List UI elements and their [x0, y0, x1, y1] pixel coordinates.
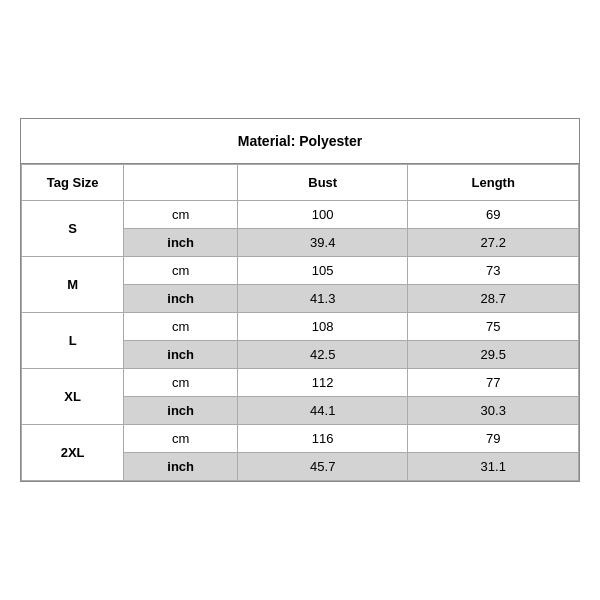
unit-cell: cm — [124, 201, 238, 229]
header-tag-size: Tag Size — [22, 165, 124, 201]
bust-value: 41.3 — [237, 285, 408, 313]
unit-cell: cm — [124, 313, 238, 341]
tag-size-l: L — [22, 313, 124, 369]
size-table: Tag Size Bust Length Scm10069inch39.427.… — [21, 164, 579, 481]
unit-cell: inch — [124, 341, 238, 369]
length-value: 73 — [408, 257, 579, 285]
bust-value: 45.7 — [237, 453, 408, 481]
header-bust: Bust — [237, 165, 408, 201]
length-value: 27.2 — [408, 229, 579, 257]
bust-value: 108 — [237, 313, 408, 341]
header-unit — [124, 165, 238, 201]
unit-cell: cm — [124, 369, 238, 397]
bust-value: 116 — [237, 425, 408, 453]
unit-cell: inch — [124, 397, 238, 425]
length-value: 69 — [408, 201, 579, 229]
length-value: 77 — [408, 369, 579, 397]
length-value: 29.5 — [408, 341, 579, 369]
chart-title: Material: Polyester — [21, 119, 579, 164]
length-value: 75 — [408, 313, 579, 341]
unit-cell: inch — [124, 453, 238, 481]
tag-size-2xl: 2XL — [22, 425, 124, 481]
tag-size-s: S — [22, 201, 124, 257]
bust-value: 39.4 — [237, 229, 408, 257]
size-chart-container: Material: Polyester Tag Size Bust Length… — [20, 118, 580, 482]
tag-size-m: M — [22, 257, 124, 313]
bust-value: 105 — [237, 257, 408, 285]
header-length: Length — [408, 165, 579, 201]
unit-cell: inch — [124, 229, 238, 257]
length-value: 28.7 — [408, 285, 579, 313]
bust-value: 44.1 — [237, 397, 408, 425]
unit-cell: cm — [124, 257, 238, 285]
length-value: 79 — [408, 425, 579, 453]
length-value: 31.1 — [408, 453, 579, 481]
bust-value: 100 — [237, 201, 408, 229]
bust-value: 42.5 — [237, 341, 408, 369]
bust-value: 112 — [237, 369, 408, 397]
tag-size-xl: XL — [22, 369, 124, 425]
unit-cell: cm — [124, 425, 238, 453]
length-value: 30.3 — [408, 397, 579, 425]
unit-cell: inch — [124, 285, 238, 313]
